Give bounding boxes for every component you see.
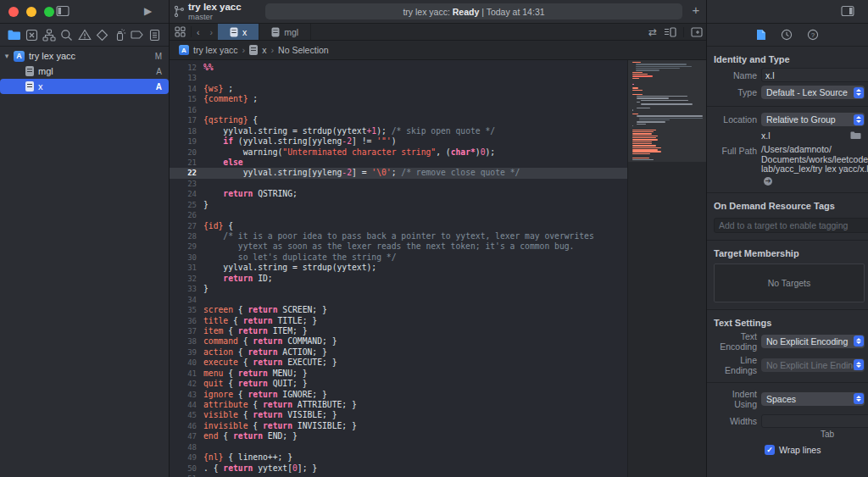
code-line-42[interactable]: 42quit { return QUIT; } bbox=[170, 379, 628, 389]
code-line-30[interactable]: 30 so let's duplicate the string */ bbox=[170, 252, 628, 263]
code-line-37[interactable]: 37item { return ITEM; } bbox=[170, 326, 628, 336]
code-line-14[interactable]: 14{ws} ; bbox=[170, 84, 628, 94]
symbol-navigator-icon[interactable] bbox=[42, 28, 57, 42]
code-line-17[interactable]: 17{qstring} { bbox=[170, 115, 628, 125]
code-line-40[interactable]: 40execute { return EXECUTE; } bbox=[170, 358, 628, 368]
close-window-button[interactable] bbox=[8, 7, 19, 17]
file-icon bbox=[231, 27, 238, 36]
code-line-35[interactable]: 35screen { return SCREEN; } bbox=[170, 305, 628, 315]
project-navigator-icon[interactable] bbox=[7, 28, 21, 42]
code-line-28[interactable]: 28 /* it is a poor idea to pass back a p… bbox=[170, 231, 628, 241]
code-line-51[interactable]: 51 bbox=[170, 474, 628, 477]
code-line-27[interactable]: 27{id} { bbox=[170, 221, 628, 231]
file-icon bbox=[25, 66, 34, 76]
minimap[interactable] bbox=[627, 60, 706, 477]
folder-icon[interactable] bbox=[850, 131, 861, 140]
code-line-22[interactable]: 22 yylval.string[yyleng-2] = '\0'; /* re… bbox=[170, 168, 628, 178]
swap-editor-icon[interactable]: ⇄ bbox=[648, 26, 657, 38]
run-button[interactable]: ▶ bbox=[144, 5, 152, 18]
line-endings-dropdown[interactable]: No Explicit Line Endings bbox=[761, 358, 865, 372]
location-dropdown[interactable]: Relative to Group bbox=[761, 113, 865, 126]
navigator-item-try-lex-yacc[interactable]: ▾Atry lex yaccM bbox=[0, 48, 169, 64]
code-line-13[interactable]: 13 bbox=[170, 73, 628, 83]
code-line-24[interactable]: 24 return QSTRING; bbox=[170, 189, 628, 199]
source-control-navigator-icon[interactable] bbox=[25, 28, 39, 42]
breakpoint-navigator-icon[interactable] bbox=[130, 28, 144, 42]
code-line-29[interactable]: 29 yytext as soon as the lexer reads the… bbox=[170, 241, 628, 252]
code-line-32[interactable]: 32 return ID; bbox=[170, 274, 628, 284]
code-line-39[interactable]: 39action { return ACTION; } bbox=[170, 347, 628, 358]
code-line-26[interactable]: 26 bbox=[170, 210, 628, 220]
line-number: 13 bbox=[170, 73, 197, 83]
code-line-41[interactable]: 41menu { return MENU; } bbox=[170, 369, 628, 379]
code-line-21[interactable]: 21 else bbox=[170, 158, 628, 168]
add-tab-button[interactable]: + bbox=[688, 3, 704, 17]
wrap-lines-checkbox[interactable]: ✓ bbox=[765, 445, 775, 455]
code-line-44[interactable]: 44attribute { return ATTRIBUTE; } bbox=[170, 400, 628, 410]
report-navigator-icon[interactable] bbox=[147, 28, 162, 42]
debug-navigator-icon[interactable] bbox=[113, 28, 127, 42]
code-line-50[interactable]: 50. { return yytext[0]; } bbox=[170, 463, 628, 474]
quick-help-inspector-icon[interactable]: ? bbox=[807, 29, 819, 41]
reveal-path-arrow-icon[interactable]: ➔ bbox=[764, 177, 772, 186]
minimize-window-button[interactable] bbox=[26, 7, 36, 17]
code-line-25[interactable]: 25} bbox=[170, 200, 628, 210]
disclosure-triangle-icon[interactable]: ▾ bbox=[0, 52, 14, 60]
line-number: 33 bbox=[170, 284, 197, 294]
navigator-item-mgl[interactable]: mglA bbox=[0, 64, 169, 79]
minimap-line bbox=[632, 161, 704, 163]
line-number: 15 bbox=[170, 94, 197, 104]
wrap-lines-label: Wrap lines bbox=[779, 445, 821, 455]
tab-width-field[interactable] bbox=[761, 414, 868, 428]
toggle-right-sidebar-icon[interactable] bbox=[841, 5, 854, 17]
indent-using-dropdown[interactable]: Spaces bbox=[761, 392, 865, 406]
add-editor-icon[interactable] bbox=[691, 27, 703, 37]
related-items-icon[interactable] bbox=[170, 24, 191, 40]
code-line-31[interactable]: 31 yylval.string = strdup(yytext); bbox=[170, 263, 628, 273]
find-navigator-icon[interactable] bbox=[59, 28, 74, 42]
jumpbar-selection[interactable]: No Selection bbox=[278, 45, 329, 55]
name-field[interactable] bbox=[761, 68, 868, 82]
code-line-12[interactable]: 12%% bbox=[170, 63, 628, 73]
go-forward-button[interactable]: › bbox=[205, 24, 219, 40]
code-line-48[interactable]: 48 bbox=[170, 442, 628, 452]
jumpbar-file[interactable]: x bbox=[262, 45, 266, 55]
zoom-window-button[interactable] bbox=[44, 7, 54, 17]
code-line-18[interactable]: 18 yylval.string = strdup(yytext+1); /* … bbox=[170, 126, 628, 136]
code-line-43[interactable]: 43ignore { return IGNORE; } bbox=[170, 390, 628, 400]
line-number: 17 bbox=[170, 115, 197, 125]
history-inspector-icon[interactable] bbox=[781, 29, 793, 41]
line-number: 40 bbox=[170, 358, 197, 368]
toggle-left-sidebar-icon[interactable] bbox=[56, 5, 70, 17]
issue-navigator-icon[interactable] bbox=[77, 28, 92, 42]
code-line-23[interactable]: 23 bbox=[170, 179, 628, 189]
code-review-icon[interactable] bbox=[664, 27, 676, 37]
code-line-45[interactable]: 45visible { return VISIBLE; } bbox=[170, 410, 628, 420]
line-number: 23 bbox=[170, 179, 197, 189]
go-back-button[interactable]: ‹ bbox=[192, 24, 205, 40]
status-state: Ready bbox=[453, 7, 480, 17]
text-encoding-dropdown[interactable]: No Explicit Encoding bbox=[761, 335, 865, 348]
code-line-33[interactable]: 33} bbox=[170, 284, 628, 294]
code-lines[interactable]: 12%%1314{ws} ;15{comment} ;1617{qstring}… bbox=[170, 60, 628, 477]
code-line-38[interactable]: 38command { return COMMAND; } bbox=[170, 336, 628, 347]
test-navigator-icon[interactable] bbox=[95, 28, 109, 42]
code-line-36[interactable]: 36title { return TITLE; } bbox=[170, 316, 628, 326]
xcode-window: ▶ try lex yacc master try lex yacc: Read… bbox=[0, 0, 868, 477]
code-line-34[interactable]: 34 bbox=[170, 295, 628, 305]
code-line-20[interactable]: 20 warning("Unterminated character strin… bbox=[170, 147, 628, 158]
code-line-19[interactable]: 19 if (yylval.string[yyleng-2] != '"') bbox=[170, 136, 628, 147]
resource-tags-field[interactable] bbox=[714, 218, 868, 233]
code-line-46[interactable]: 46invisible { return INVISIBLE; } bbox=[170, 421, 628, 431]
editor-tab-x[interactable]: x bbox=[218, 24, 259, 40]
editor-tab-mgl[interactable]: mgl bbox=[259, 24, 311, 40]
code-line-47[interactable]: 47end { return END; } bbox=[170, 431, 628, 441]
line-content: end { return END; } bbox=[203, 431, 298, 441]
code-line-49[interactable]: 49{nl} { lineno++; } bbox=[170, 452, 628, 463]
code-line-16[interactable]: 16 bbox=[170, 105, 628, 115]
navigator-item-x[interactable]: xA bbox=[0, 79, 169, 94]
type-dropdown[interactable]: Default - Lex Source bbox=[761, 86, 865, 99]
file-inspector-icon[interactable] bbox=[756, 29, 766, 41]
jumpbar-project[interactable]: try lex yacc bbox=[193, 45, 238, 55]
code-line-15[interactable]: 15{comment} ; bbox=[170, 94, 628, 104]
